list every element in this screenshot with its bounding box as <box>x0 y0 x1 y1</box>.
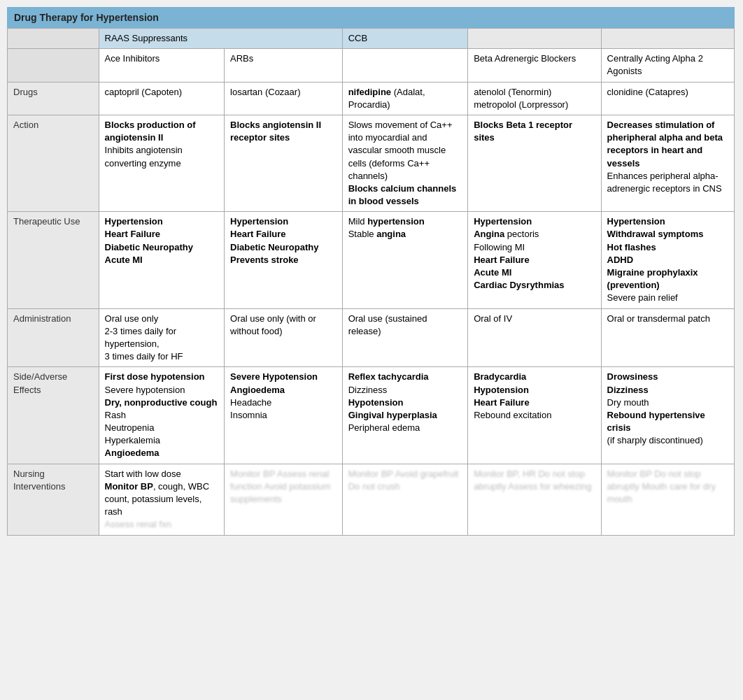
alpha-admin: Oral or transdermal patch <box>601 308 734 367</box>
ccb-admin: Oral use (sustained release) <box>342 308 468 367</box>
ccb-action: Slows movement of Ca++ into myocardial a… <box>342 115 468 211</box>
ace-action-normal: Inhibits angiotensin converting enzyme <box>105 145 183 168</box>
therapeutic-row: Therapeutic Use Hypertension Heart Failu… <box>8 212 735 308</box>
ace-ther-mi: Acute MI <box>105 254 219 266</box>
ccb-mild: Mild <box>348 216 367 227</box>
beta-action-bold: Blocks Beta 1 receptor sites <box>474 120 572 143</box>
beta-se-brady: Bradycardia <box>474 371 595 383</box>
arb-ther-hypertension: Hypertension <box>230 215 337 228</box>
ccb-drug: nifedipine (Adalat, Procardia) <box>342 82 468 115</box>
ace-nursing-start: Start with low dose <box>105 468 219 480</box>
alpha-nursing: Monitor BP Do not stop abruptly Mouth ca… <box>601 464 734 535</box>
alpha-ther-hypertension: Hypertension <box>607 215 728 228</box>
arb-se-severe: Severe Hypotension <box>230 371 337 383</box>
beta-ther-cardiac: Cardiac Dysrythmias <box>474 279 595 292</box>
ace-se-cough: Dry, nonproductive cough <box>105 397 219 409</box>
arb-admin: Oral use only (with or without food) <box>225 308 343 367</box>
arb-therapeutic: Hypertension Heart Failure Diabetic Neur… <box>225 212 343 308</box>
ccb-hypertension: hypertension <box>367 216 425 227</box>
column-header-row: Ace Inhibitors ARBs Beta Adrenergic Bloc… <box>8 49 735 82</box>
ace-se-angioedema: Angioedema <box>105 447 219 459</box>
beta-ther-following: Following MI <box>474 241 595 254</box>
ace-nursing-blurred: Assess renal fxn <box>105 518 219 531</box>
beta-therapeutic: Hypertension Angina pectoris Following M… <box>468 212 601 308</box>
alpha-action: Decreases stimulation of pheripheral alp… <box>601 115 734 211</box>
alpha-se-discontinued: (if sharply discontinued) <box>607 434 728 447</box>
alpha-se-dry-mouth: Dry mouth <box>607 397 728 409</box>
ccb-nursing-blurred: Monitor BP Avoid grapefruit Do not crush <box>348 468 462 493</box>
ace-se-severe-hypo: Severe hypotension <box>105 384 219 397</box>
alpha-ther-pain: Severe pain relief <box>607 292 728 304</box>
alpha-ther-withdrawal: Withdrawal symptoms <box>607 228 728 241</box>
nursing-label: Nursing Interventions <box>8 464 99 535</box>
ccb-se-hypotension: Hypotension <box>348 397 462 409</box>
action-label: Action <box>8 115 99 211</box>
alpha-se-rebound: Rebound hypertensive crisis <box>607 409 728 434</box>
beta-se-hf: Heart Failure <box>474 397 595 409</box>
ccb-col-header <box>342 49 468 82</box>
ace-nursing-monitor-bold: Monitor BP <box>105 481 153 492</box>
ace-header: Ace Inhibitors <box>99 49 225 82</box>
beta-nursing: Monitor BP, HR Do not stop abruptly Asse… <box>468 464 601 535</box>
ace-nursing-monitor: Monitor BP, cough, WBC count, potassium … <box>105 480 219 519</box>
nursing-row: Nursing Interventions Start with low dos… <box>8 464 735 535</box>
ccb-side-effects: Reflex tachycardia Dizziness Hypotension… <box>342 367 468 464</box>
ace-nursing: Start with low dose Monitor BP, cough, W… <box>99 464 225 535</box>
ace-action-bold: Blocks production of angiotensin II <box>105 120 196 143</box>
alpha-action-bold: Decreases stimulation of pheripheral alp… <box>607 120 723 169</box>
arb-ther-hf: Heart Failure <box>230 228 337 241</box>
ccb-se-gingival: Gingival hyperplasia <box>348 409 462 422</box>
arb-nursing: Monitor BP Assess renal function Avoid p… <box>225 464 343 535</box>
therapeutic-label: Therapeutic Use <box>8 212 99 308</box>
page-container: Drug Therapy for Hypertension RAAS Suppr… <box>7 7 735 536</box>
arb-ther-dn: Diabetic Neuropathy <box>230 241 337 254</box>
alpha-ther-hot: Hot flashes <box>607 241 728 254</box>
ccb-se-peripheral: Peripheral edema <box>348 422 462 434</box>
ace-therapeutic: Hypertension Heart Failure Diabetic Neur… <box>99 212 225 308</box>
arb-nursing-blurred: Monitor BP Assess renal function Avoid p… <box>230 468 337 506</box>
administration-row: Administration Oral use only 2-3 times d… <box>8 308 735 367</box>
arb-ther-stroke: Prevents stroke <box>230 254 337 266</box>
ace-ther-hf: Heart Failure <box>105 228 219 241</box>
beta-ther-hypertension: Hypertension <box>474 215 595 228</box>
beta-se-hypotension: Hypotension <box>474 384 595 397</box>
raas-header: RAAS Suppressants <box>99 29 342 49</box>
beta-action: Blocks Beta 1 receptor sites <box>468 115 601 211</box>
ccb-action-bold: Blocks calcium channels in blood vessels <box>348 183 457 206</box>
beta-admin: Oral of IV <box>468 308 601 367</box>
arb-action-bold: Blocks angiotensin II receptor sites <box>230 120 321 143</box>
beta-ther-angina: Angina pectoris <box>474 228 595 241</box>
alpha-se-drowsiness: Drowsiness <box>607 371 728 383</box>
alpha-ther-adhd: ADHD <box>607 254 728 266</box>
ace-side-effects: First dose hypotension Severe hypotensio… <box>99 367 225 464</box>
beta-se-rebound: Rebound excitation <box>474 409 595 422</box>
alpha-nursing-blurred: Monitor BP Do not stop abruptly Mouth ca… <box>607 468 728 506</box>
arb-drug: losartan (Cozaar) <box>225 82 343 115</box>
beta-nursing-blurred: Monitor BP, HR Do not stop abruptly Asse… <box>474 468 595 493</box>
ace-se-hyperkalemia: Hyperkalemia <box>105 434 219 447</box>
ccb-action-normal: Slows movement of Ca++ into myocardial a… <box>348 120 453 181</box>
alpha-action-normal: Enhances peripheral alpha-adrenergic rec… <box>607 171 722 194</box>
arb-se-insomnia: Insomnia <box>230 409 337 422</box>
beta-ther-hf: Heart Failure <box>474 254 595 266</box>
ccb-drug-bold: nifedipine <box>348 87 391 97</box>
beta-drug: atenolol (Tenormin) metropolol (Lorpress… <box>468 82 601 115</box>
ccb-therapeutic: Mild hypertension Stable angina <box>342 212 468 308</box>
ace-drug: captopril (Capoten) <box>99 82 225 115</box>
page-title: Drug Therapy for Hypertension <box>7 7 735 28</box>
ace-ther-hypertension: Hypertension <box>105 215 219 228</box>
ccb-stable: Stable <box>348 229 376 239</box>
arb-se-headache: Headache <box>230 397 337 409</box>
action-row: Action Blocks production of angiotensin … <box>8 115 735 211</box>
ace-se-first-dose: First dose hypotension <box>105 371 219 383</box>
side-effects-row: Side/Adverse Effects First dose hypotens… <box>8 367 735 464</box>
beta-side-effects: Bradycardia Hypotension Heart Failure Re… <box>468 367 601 464</box>
alpha-side-effects: Drowsiness Dizziness Dry mouth Rebound h… <box>601 367 734 464</box>
alpha-se-dizziness: Dizziness <box>607 384 728 397</box>
side-effects-label: Side/Adverse Effects <box>8 367 99 464</box>
beta-header: Beta Adrenergic Blockers <box>468 49 601 82</box>
ace-admin: Oral use only 2-3 times daily for hypert… <box>99 308 225 367</box>
category-row: RAAS Suppressants CCB <box>8 29 735 49</box>
ccb-se-dizziness: Dizziness <box>348 384 462 397</box>
drug-table: RAAS Suppressants CCB Ace Inhibitors ARB… <box>7 28 735 536</box>
